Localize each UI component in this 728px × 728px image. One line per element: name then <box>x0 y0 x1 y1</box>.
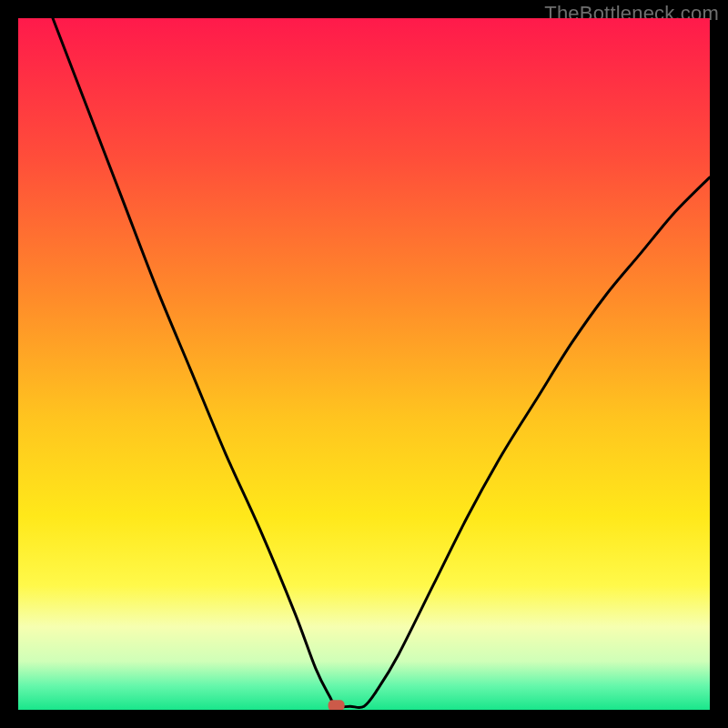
chart-frame: TheBottleneck.com <box>0 0 728 728</box>
optimal-marker <box>329 700 345 710</box>
gradient-background <box>18 18 710 710</box>
bottleneck-chart <box>18 18 710 710</box>
plot-area <box>18 18 710 710</box>
